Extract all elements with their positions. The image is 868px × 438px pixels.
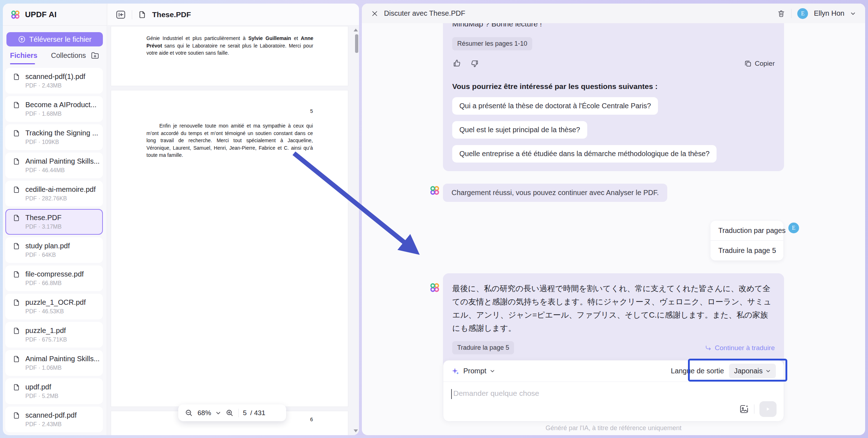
file-item[interactable]: cedille-ai-memoire.pdf PDF · 282.76KB (5, 181, 103, 206)
file-icon (13, 242, 20, 250)
question-chip[interactable]: Quelle entreprise a été étudiée dans la … (452, 145, 717, 163)
page-number-5: 5 (146, 108, 313, 114)
file-name: Animal Painting Skills... (25, 354, 100, 363)
file-name: Animal Painting Skills... (25, 156, 100, 166)
file-icon (13, 129, 20, 137)
chevron-down-icon (765, 368, 771, 374)
file-item[interactable]: scanned-pdf(1).pdf PDF · 2.43MB (5, 68, 103, 94)
prompt-textarea[interactable]: Demander quelque chose (443, 382, 784, 399)
file-item[interactable]: puzzle_1.pdf PDF · 675.71KB (5, 322, 103, 348)
thumbs-up-icon[interactable] (452, 59, 461, 68)
file-info: updf.pdf PDF · 5.2MB (25, 382, 58, 400)
message-source-chip[interactable]: Résumer les pages 1-10 (452, 37, 532, 50)
logo-row: UPDF AI (3, 4, 107, 26)
page-indicator[interactable]: 5 / 431 (243, 409, 265, 417)
zoom-chevron-icon[interactable] (215, 410, 221, 416)
file-info: puzzle_1_OCR.pdf PDF · 46.53KB (25, 298, 86, 315)
continue-arrow-icon (705, 344, 712, 352)
ai-avatar-icon (429, 282, 440, 293)
file-item[interactable]: Animal Painting Skills... (5, 435, 103, 435)
file-item[interactable]: puzzle_1_OCR.pdf PDF · 46.53KB (5, 294, 103, 319)
trash-icon[interactable] (777, 9, 785, 18)
sidebar-tabs: Fichiers Collections (3, 46, 107, 64)
question-list: Qui a présenté la thèse de doctorat à l'… (452, 97, 775, 163)
file-info: scanned-pdf.pdf PDF · 2.43MB (25, 410, 76, 428)
scroll-up-arrow-icon[interactable] (354, 29, 358, 31)
send-button[interactable] (759, 401, 777, 417)
file-item[interactable]: Become a AIProduct... PDF · 1.68MB (5, 96, 103, 122)
output-language-select[interactable]: Japonais (729, 364, 776, 378)
file-name: study plan.pdf (25, 241, 70, 250)
tab-files[interactable]: Fichiers (10, 51, 38, 60)
tab-collections[interactable]: Collections (51, 51, 86, 60)
new-folder-icon[interactable] (90, 51, 100, 60)
chat-header: Discuter avec These.PDF E Ellyn Hon (362, 4, 865, 23)
sparkle-icon (451, 367, 460, 375)
pdf-viewer: These.PDF Génie Industriel et plus parti… (108, 4, 359, 435)
chevron-down-icon[interactable] (850, 11, 856, 16)
file-item[interactable]: updf.pdf PDF · 5.2MB (5, 378, 103, 404)
input-divider (754, 404, 754, 414)
file-item[interactable]: Animal Painting Skills... PDF · 46.44MB (5, 153, 103, 178)
file-info: Tracking the Signing ... PDF · 109KB (25, 128, 98, 146)
zoom-level[interactable]: 68% (198, 409, 211, 417)
file-meta: PDF · 2.43MB (25, 82, 85, 90)
close-icon[interactable] (371, 10, 378, 17)
file-meta: PDF · 109KB (25, 138, 98, 146)
upload-file-button[interactable]: Téléverser le fichier (6, 32, 103, 46)
output-language-group: Langue de sortie Japonais (671, 364, 776, 378)
user-message-line2[interactable]: Traduire la page 5 (710, 240, 783, 260)
file-name: scanned-pdf(1).pdf (25, 72, 85, 81)
chat-panel: MindMap ? Bonne lecture ! Résumer les pa… (362, 4, 865, 435)
current-page: 5 (243, 409, 247, 417)
account-avatar[interactable]: E (797, 8, 808, 19)
chevron-down-icon (490, 368, 495, 374)
file-name: cedille-ai-memoire.pdf (25, 185, 96, 194)
file-item[interactable]: Animal Painting Skills... PDF · 1.06MB (5, 350, 103, 376)
pdf-content[interactable]: Génie Industriel et plus particulièremen… (108, 26, 359, 435)
file-meta: PDF · 46.44MB (25, 166, 100, 174)
message-actions: Copier (452, 59, 775, 68)
file-meta: PDF · 282.76KB (25, 195, 96, 203)
collapse-sidebar-button[interactable] (115, 9, 126, 20)
prompt-placeholder: Demander quelque chose (453, 389, 539, 399)
translation-source-chip[interactable]: Traduire la page 5 (452, 341, 514, 354)
file-meta: PDF · 3.17MB (25, 223, 61, 231)
pdf-scrollbar-thumb[interactable] (355, 34, 358, 53)
file-item[interactable]: study plan.pdf PDF · 64KB (5, 237, 103, 263)
file-item[interactable]: These.PDF PDF · 3.17MB (5, 209, 103, 235)
attach-image-icon[interactable] (739, 404, 749, 414)
file-meta: PDF · 1.68MB (25, 110, 96, 118)
header-divider (132, 10, 132, 19)
scroll-down-arrow-icon[interactable] (354, 429, 358, 432)
file-info: puzzle_1.pdf PDF · 675.71KB (25, 326, 67, 344)
ai-status-message: Chargement réussi, vous pouvez continuer… (443, 184, 667, 202)
continue-translate-link[interactable]: Continuer à traduire (705, 344, 775, 352)
total-pages: / 431 (250, 409, 265, 417)
file-item[interactable]: Tracking the Signing ... PDF · 109KB (5, 124, 103, 150)
user-message-line1[interactable]: Traduction par pages (710, 221, 783, 240)
zoom-in-icon[interactable] (225, 409, 234, 417)
pdf-page-5: 5 Enfin je renouvelle toute mon amitié e… (111, 90, 348, 407)
pdf-page-4: Génie Industriel et plus particulièremen… (111, 26, 348, 86)
file-name: updf.pdf (25, 382, 58, 392)
file-item[interactable]: file-compresse.pdf PDF · 66.8MB (5, 265, 103, 291)
question-chip[interactable]: Quel est le sujet principal de la thèse? (452, 121, 587, 139)
pdf-header: These.PDF (108, 4, 359, 26)
thumbs-down-icon[interactable] (470, 59, 479, 68)
question-chip[interactable]: Qui a présenté la thèse de doctorat à l'… (452, 97, 658, 115)
file-list: scanned-pdf(1).pdf PDF · 2.43MB Become a… (3, 64, 107, 435)
copy-button[interactable]: Copier (744, 60, 775, 68)
ai-disclaimer: Généré par l'IA, à titre de référence un… (443, 424, 784, 432)
file-info: Become a AIProduct... PDF · 1.68MB (25, 100, 96, 118)
account-name: Ellyn Hon (814, 9, 844, 18)
file-meta: PDF · 1.06MB (25, 364, 100, 372)
chat-messages: MindMap ? Bonne lecture ! Résumer les pa… (362, 23, 865, 435)
zoom-out-icon[interactable] (185, 409, 193, 417)
file-meta: PDF · 66.8MB (25, 279, 84, 287)
prompt-menu-button[interactable]: Prompt (451, 367, 495, 375)
file-item[interactable]: scanned-pdf.pdf PDF · 2.43MB (5, 407, 103, 432)
file-icon (13, 214, 20, 222)
file-info: Animal Painting Skills... PDF · 46.44MB (25, 156, 100, 174)
header-divider (791, 9, 792, 18)
